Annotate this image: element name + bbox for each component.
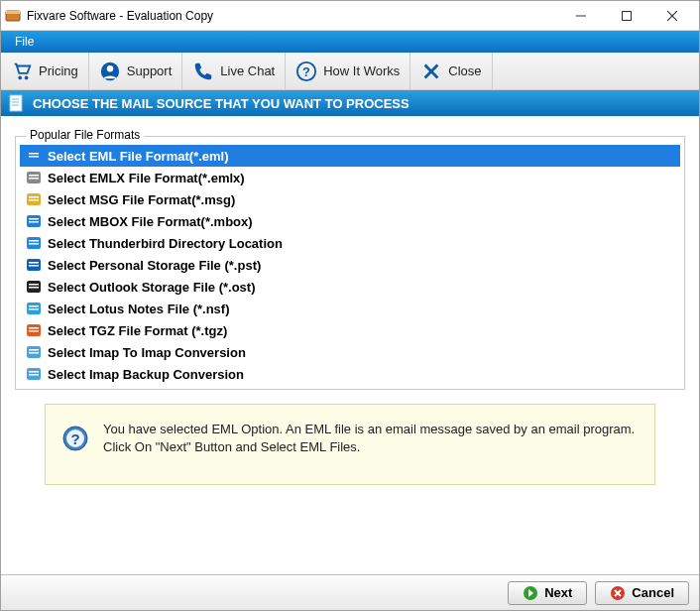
format-item[interactable]: Select MBOX File Format(*.mbox) [20, 210, 680, 232]
question-icon: ? [295, 61, 317, 82]
formats-group: Popular File Formats Select EML File For… [15, 136, 685, 390]
cart-icon [11, 61, 33, 82]
toolbar: Pricing Support Live Chat ? How It Works… [1, 53, 699, 90]
format-item[interactable]: Select Imap To Imap Conversion [20, 341, 680, 363]
phone-icon [192, 61, 214, 82]
format-icon [26, 148, 42, 164]
info-icon: ? [61, 425, 89, 452]
format-label: Select Imap Backup Conversion [48, 367, 244, 382]
cancel-label: Cancel [632, 585, 674, 600]
content-area: Popular File Formats Select EML File For… [1, 116, 699, 574]
svg-rect-34 [29, 262, 39, 264]
format-icon [26, 301, 42, 316]
svg-rect-35 [29, 265, 39, 267]
menu-file[interactable]: File [7, 33, 42, 51]
support-icon [99, 61, 121, 82]
format-item[interactable]: Select EML File Format(*.eml) [20, 145, 680, 167]
format-icon [26, 170, 42, 185]
pricing-button[interactable]: Pricing [1, 53, 89, 89]
format-label: Select EMLX File Format(*.emlx) [48, 171, 245, 185]
svg-rect-49 [29, 371, 39, 373]
format-item[interactable]: Select Imap Backup Conversion [20, 363, 680, 385]
svg-point-9 [107, 65, 113, 71]
format-label: Select EML File Format(*.eml) [48, 149, 229, 164]
next-icon [523, 585, 538, 601]
instruction-text: CHOOSE THE MAIL SOURCE THAT YOU WANT TO … [33, 96, 409, 111]
format-item[interactable]: Select EMLX File Format(*.emlx) [20, 167, 680, 188]
format-label: Select Outlook Storage File (*.ost) [48, 280, 255, 295]
format-label: Select MSG File Format(*.msg) [48, 192, 235, 207]
format-icon [26, 235, 42, 251]
next-label: Next [544, 585, 572, 600]
titlebar: Fixvare Software - Evaluation Copy [1, 1, 699, 31]
svg-rect-1 [6, 11, 20, 14]
document-icon [9, 94, 25, 112]
next-button[interactable]: Next [508, 581, 587, 605]
window-controls [558, 1, 695, 31]
menubar: File [1, 31, 699, 53]
info-text: You have selected EML Option. An EML fil… [103, 421, 639, 456]
app-icon [5, 8, 21, 24]
svg-rect-41 [29, 308, 39, 310]
format-icon [26, 191, 42, 207]
livechat-label: Live Chat [220, 63, 275, 78]
format-item[interactable]: Select TGZ File Format (*.tgz) [20, 319, 680, 341]
instruction-bar: CHOOSE THE MAIL SOURCE THAT YOU WANT TO … [1, 90, 699, 116]
svg-rect-37 [29, 284, 39, 286]
minimize-button[interactable] [558, 1, 604, 31]
svg-rect-40 [29, 306, 39, 307]
svg-rect-28 [29, 218, 39, 220]
svg-rect-38 [29, 287, 39, 289]
pricing-label: Pricing [39, 63, 78, 78]
format-icon [26, 322, 42, 338]
close-icon [420, 61, 442, 82]
format-icon [26, 344, 42, 360]
svg-rect-25 [29, 196, 39, 198]
svg-point-6 [18, 75, 22, 79]
svg-rect-50 [29, 374, 39, 376]
livechat-button[interactable]: Live Chat [182, 53, 286, 89]
close-label: Close [448, 63, 481, 78]
format-icon [26, 257, 42, 273]
info-box: ? You have selected EML Option. An EML f… [45, 404, 655, 485]
svg-text:?: ? [302, 63, 310, 78]
close-button[interactable]: Close [410, 53, 492, 89]
svg-rect-47 [29, 352, 39, 354]
svg-rect-29 [29, 221, 39, 223]
svg-rect-3 [623, 11, 632, 20]
maximize-button[interactable] [604, 1, 649, 31]
howitworks-button[interactable]: ? How It Works [286, 53, 410, 89]
svg-rect-22 [29, 175, 39, 177]
format-label: Select MBOX File Format(*.mbox) [48, 214, 253, 229]
svg-rect-32 [29, 243, 39, 245]
svg-point-7 [25, 75, 29, 79]
window-title: Fixvare Software - Evaluation Copy [27, 9, 558, 23]
format-item[interactable]: Select Personal Storage File (*.pst) [20, 254, 680, 276]
svg-rect-20 [29, 156, 39, 158]
svg-rect-19 [29, 153, 39, 155]
svg-rect-46 [29, 349, 39, 351]
cancel-button[interactable]: Cancel [595, 581, 689, 605]
format-label: Select Personal Storage File (*.pst) [48, 258, 261, 273]
format-icon [26, 213, 42, 229]
format-label: Select Imap To Imap Conversion [48, 345, 246, 360]
group-title: Popular File Formats [26, 128, 144, 142]
format-item[interactable]: Select MSG File Format(*.msg) [20, 188, 680, 210]
howitworks-label: How It Works [323, 63, 400, 78]
svg-rect-14 [10, 95, 22, 111]
svg-rect-31 [29, 240, 39, 242]
format-icon [26, 279, 42, 295]
svg-text:?: ? [70, 430, 79, 447]
close-window-button[interactable] [649, 1, 695, 31]
svg-rect-26 [29, 199, 39, 201]
format-item[interactable]: Select Thunderbird Directory Location [20, 232, 680, 254]
format-label: Select Thunderbird Directory Location [48, 236, 283, 251]
support-button[interactable]: Support [89, 53, 183, 89]
cancel-icon [610, 585, 626, 601]
format-icon [26, 366, 42, 382]
format-item[interactable]: Select Lotus Notes File (*.nsf) [20, 298, 680, 319]
svg-rect-23 [29, 178, 39, 180]
format-item[interactable]: Select Outlook Storage File (*.ost) [20, 276, 680, 298]
format-label: Select TGZ File Format (*.tgz) [48, 323, 227, 338]
button-bar: Next Cancel [1, 574, 699, 610]
